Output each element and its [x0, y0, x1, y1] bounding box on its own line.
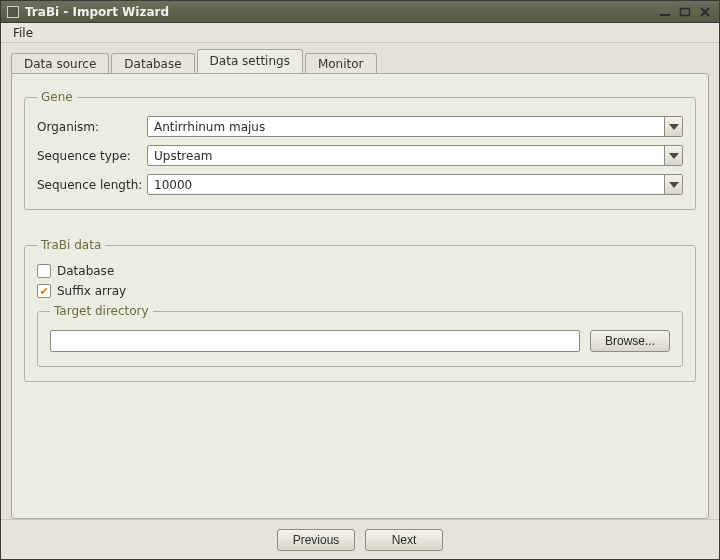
suffix-checkbox[interactable]: ✔ — [37, 284, 51, 298]
browse-button[interactable]: Browse... — [590, 330, 670, 352]
seqlen-label: Sequence length: — [37, 178, 147, 192]
seqtype-value: Upstream — [148, 146, 664, 165]
target-directory-input[interactable] — [50, 330, 580, 352]
tab-database[interactable]: Database — [111, 53, 194, 74]
seqlen-combo[interactable]: 10000 — [147, 174, 683, 195]
previous-button[interactable]: Previous — [277, 529, 355, 551]
organism-value: Antirrhinum majus — [148, 117, 664, 136]
app-window: TraBi - Import Wizard File Data source D… — [0, 0, 720, 560]
organism-row: Organism: Antirrhinum majus — [37, 116, 683, 137]
menu-file[interactable]: File — [5, 24, 41, 42]
seqlen-value: 10000 — [148, 175, 664, 194]
next-button[interactable]: Next — [365, 529, 443, 551]
database-check-label: Database — [57, 264, 114, 278]
tab-content: Gene Organism: Antirrhinum majus Sequenc… — [11, 73, 709, 519]
tab-data-source[interactable]: Data source — [11, 53, 109, 74]
tab-label: Data settings — [210, 54, 290, 68]
tab-data-settings[interactable]: Data settings — [197, 49, 303, 73]
menubar: File — [1, 23, 719, 43]
database-check-row: ✔ Database — [37, 264, 683, 278]
titlebar: TraBi - Import Wizard — [1, 1, 719, 23]
gene-group: Gene Organism: Antirrhinum majus Sequenc… — [24, 90, 696, 210]
svg-marker-5 — [669, 153, 679, 159]
chevron-down-icon[interactable] — [664, 175, 682, 194]
database-checkbox[interactable]: ✔ — [37, 264, 51, 278]
suffix-check-row: ✔ Suffix array — [37, 284, 683, 298]
minimize-button[interactable] — [657, 5, 673, 19]
trabi-legend: TraBi data — [37, 238, 105, 252]
svg-rect-1 — [681, 8, 690, 15]
target-legend: Target directory — [50, 304, 153, 318]
app-icon — [7, 6, 19, 18]
target-row: Browse... — [50, 330, 670, 352]
wizard-footer: Previous Next — [1, 519, 719, 559]
svg-marker-4 — [669, 124, 679, 130]
close-button[interactable] — [697, 5, 713, 19]
tab-monitor[interactable]: Monitor — [305, 53, 377, 74]
chevron-down-icon[interactable] — [664, 146, 682, 165]
window-title: TraBi - Import Wizard — [25, 5, 169, 19]
chevron-down-icon[interactable] — [664, 117, 682, 136]
trabi-data-group: TraBi data ✔ Database ✔ Suffix array Tar… — [24, 238, 696, 382]
organism-combo[interactable]: Antirrhinum majus — [147, 116, 683, 137]
tab-label: Data source — [24, 57, 96, 71]
gene-legend: Gene — [37, 90, 77, 104]
target-directory-group: Target directory Browse... — [37, 304, 683, 367]
seqlen-row: Sequence length: 10000 — [37, 174, 683, 195]
tab-row: Data source Database Data settings Monit… — [1, 43, 719, 73]
organism-label: Organism: — [37, 120, 147, 134]
seqtype-row: Sequence type: Upstream — [37, 145, 683, 166]
tab-label: Monitor — [318, 57, 364, 71]
seqtype-combo[interactable]: Upstream — [147, 145, 683, 166]
tab-label: Database — [124, 57, 181, 71]
suffix-check-label: Suffix array — [57, 284, 126, 298]
maximize-button[interactable] — [677, 5, 693, 19]
check-icon: ✔ — [39, 286, 48, 297]
seqtype-label: Sequence type: — [37, 149, 147, 163]
svg-marker-6 — [669, 182, 679, 188]
